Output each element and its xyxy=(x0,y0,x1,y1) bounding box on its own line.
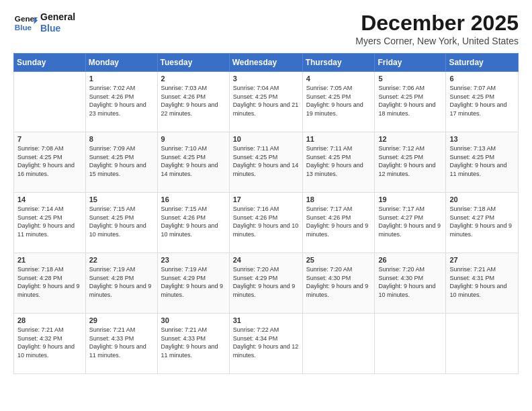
day-number: 17 xyxy=(233,195,299,203)
calendar-cell: 31Sunrise: 7:22 AMSunset: 4:34 PMDayligh… xyxy=(229,314,302,374)
day-number: 11 xyxy=(306,135,371,143)
calendar-cell xyxy=(14,72,86,132)
calendar-week-row: 14Sunrise: 7:14 AMSunset: 4:25 PMDayligh… xyxy=(14,193,519,253)
calendar-cell: 10Sunrise: 7:11 AMSunset: 4:25 PMDayligh… xyxy=(229,132,302,193)
calendar-cell: 14Sunrise: 7:14 AMSunset: 4:25 PMDayligh… xyxy=(14,193,86,253)
day-number: 14 xyxy=(17,195,82,203)
day-info: Sunrise: 7:19 AMSunset: 4:29 PMDaylight:… xyxy=(161,265,226,299)
day-number: 5 xyxy=(378,75,442,83)
calendar-cell: 8Sunrise: 7:09 AMSunset: 4:25 PMDaylight… xyxy=(85,132,157,193)
calendar-cell: 12Sunrise: 7:12 AMSunset: 4:25 PMDayligh… xyxy=(375,132,446,193)
day-number: 16 xyxy=(161,195,226,203)
day-info: Sunrise: 7:19 AMSunset: 4:28 PMDaylight:… xyxy=(89,265,154,299)
calendar-cell: 13Sunrise: 7:13 AMSunset: 4:25 PMDayligh… xyxy=(446,132,519,193)
day-number: 10 xyxy=(233,135,299,143)
day-info: Sunrise: 7:16 AMSunset: 4:26 PMDaylight:… xyxy=(233,205,299,238)
day-info: Sunrise: 7:10 AMSunset: 4:25 PMDaylight:… xyxy=(161,144,226,178)
day-number: 4 xyxy=(306,75,371,83)
day-info: Sunrise: 7:14 AMSunset: 4:25 PMDaylight:… xyxy=(17,205,82,238)
calendar-header-row: SundayMondayTuesdayWednesdayThursdayFrid… xyxy=(14,54,519,72)
day-info: Sunrise: 7:15 AMSunset: 4:25 PMDaylight:… xyxy=(89,205,154,238)
calendar-cell: 11Sunrise: 7:11 AMSunset: 4:25 PMDayligh… xyxy=(302,132,375,193)
calendar-cell xyxy=(375,314,446,374)
day-number: 12 xyxy=(378,135,442,143)
calendar-table: SundayMondayTuesdayWednesdayThursdayFrid… xyxy=(13,53,519,374)
day-info: Sunrise: 7:09 AMSunset: 4:25 PMDaylight:… xyxy=(89,144,154,178)
logo-text-line2: Blue xyxy=(40,23,75,34)
day-number: 3 xyxy=(233,75,299,83)
day-number: 21 xyxy=(17,256,82,264)
calendar-cell: 2Sunrise: 7:03 AMSunset: 4:26 PMDaylight… xyxy=(157,72,229,132)
day-info: Sunrise: 7:18 AMSunset: 4:28 PMDaylight:… xyxy=(17,265,82,299)
calendar-cell: 16Sunrise: 7:15 AMSunset: 4:26 PMDayligh… xyxy=(157,193,229,253)
day-info: Sunrise: 7:05 AMSunset: 4:25 PMDaylight:… xyxy=(306,84,371,118)
header-day-thursday: Thursday xyxy=(302,54,375,72)
calendar-cell: 6Sunrise: 7:07 AMSunset: 4:25 PMDaylight… xyxy=(446,72,519,132)
day-number: 7 xyxy=(17,135,82,143)
header-day-monday: Monday xyxy=(85,54,157,72)
day-info: Sunrise: 7:15 AMSunset: 4:26 PMDaylight:… xyxy=(161,205,226,238)
calendar-cell: 18Sunrise: 7:17 AMSunset: 4:26 PMDayligh… xyxy=(302,193,375,253)
day-info: Sunrise: 7:13 AMSunset: 4:25 PMDaylight:… xyxy=(449,144,515,178)
calendar-cell: 9Sunrise: 7:10 AMSunset: 4:25 PMDaylight… xyxy=(157,132,229,193)
day-number: 28 xyxy=(17,316,82,324)
day-number: 1 xyxy=(89,75,154,83)
day-info: Sunrise: 7:20 AMSunset: 4:29 PMDaylight:… xyxy=(233,265,299,299)
logo: General Blue General Blue xyxy=(13,11,75,35)
logo-icon: General Blue xyxy=(13,11,38,35)
title-area: December 2025 Myers Corner, New York, Un… xyxy=(355,11,519,46)
day-number: 25 xyxy=(306,256,371,264)
header-day-wednesday: Wednesday xyxy=(229,54,302,72)
calendar-cell: 5Sunrise: 7:06 AMSunset: 4:25 PMDaylight… xyxy=(375,72,446,132)
calendar-cell: 19Sunrise: 7:17 AMSunset: 4:27 PMDayligh… xyxy=(375,193,446,253)
calendar-cell: 23Sunrise: 7:19 AMSunset: 4:29 PMDayligh… xyxy=(157,253,229,314)
day-number: 8 xyxy=(89,135,154,143)
day-info: Sunrise: 7:07 AMSunset: 4:25 PMDaylight:… xyxy=(449,84,515,118)
day-info: Sunrise: 7:12 AMSunset: 4:25 PMDaylight:… xyxy=(378,144,442,178)
day-number: 26 xyxy=(378,256,442,264)
day-info: Sunrise: 7:17 AMSunset: 4:27 PMDaylight:… xyxy=(378,205,442,238)
calendar-cell: 21Sunrise: 7:18 AMSunset: 4:28 PMDayligh… xyxy=(14,253,86,314)
calendar-cell: 20Sunrise: 7:18 AMSunset: 4:27 PMDayligh… xyxy=(446,193,519,253)
calendar-cell: 15Sunrise: 7:15 AMSunset: 4:25 PMDayligh… xyxy=(85,193,157,253)
calendar-subtitle: Myers Corner, New York, United States xyxy=(355,36,519,46)
header-day-saturday: Saturday xyxy=(446,54,519,72)
calendar-cell xyxy=(446,314,519,374)
day-number: 13 xyxy=(449,135,515,143)
calendar-cell: 29Sunrise: 7:21 AMSunset: 4:33 PMDayligh… xyxy=(85,314,157,374)
day-info: Sunrise: 7:21 AMSunset: 4:33 PMDaylight:… xyxy=(89,326,154,359)
day-number: 24 xyxy=(233,256,299,264)
day-number: 23 xyxy=(161,256,226,264)
calendar-cell: 27Sunrise: 7:21 AMSunset: 4:31 PMDayligh… xyxy=(446,253,519,314)
day-number: 6 xyxy=(449,75,515,83)
day-number: 22 xyxy=(89,256,154,264)
day-info: Sunrise: 7:03 AMSunset: 4:26 PMDaylight:… xyxy=(161,84,226,118)
calendar-cell: 7Sunrise: 7:08 AMSunset: 4:25 PMDaylight… xyxy=(14,132,86,193)
calendar-cell: 24Sunrise: 7:20 AMSunset: 4:29 PMDayligh… xyxy=(229,253,302,314)
calendar-cell: 3Sunrise: 7:04 AMSunset: 4:25 PMDaylight… xyxy=(229,72,302,132)
calendar-cell: 30Sunrise: 7:21 AMSunset: 4:33 PMDayligh… xyxy=(157,314,229,374)
logo-text-line1: General xyxy=(40,11,75,23)
day-info: Sunrise: 7:11 AMSunset: 4:25 PMDaylight:… xyxy=(233,144,299,178)
calendar-title: December 2025 xyxy=(355,11,519,36)
calendar-week-row: 28Sunrise: 7:21 AMSunset: 4:32 PMDayligh… xyxy=(14,314,519,374)
day-info: Sunrise: 7:20 AMSunset: 4:30 PMDaylight:… xyxy=(306,265,371,299)
calendar-cell: 22Sunrise: 7:19 AMSunset: 4:28 PMDayligh… xyxy=(85,253,157,314)
day-info: Sunrise: 7:21 AMSunset: 4:31 PMDaylight:… xyxy=(449,265,515,299)
calendar-cell: 26Sunrise: 7:20 AMSunset: 4:30 PMDayligh… xyxy=(375,253,446,314)
day-number: 15 xyxy=(89,195,154,203)
day-info: Sunrise: 7:21 AMSunset: 4:32 PMDaylight:… xyxy=(17,326,82,359)
day-number: 19 xyxy=(378,195,442,203)
calendar-week-row: 1Sunrise: 7:02 AMSunset: 4:26 PMDaylight… xyxy=(14,72,519,132)
day-info: Sunrise: 7:08 AMSunset: 4:25 PMDaylight:… xyxy=(17,144,82,178)
calendar-cell: 28Sunrise: 7:21 AMSunset: 4:32 PMDayligh… xyxy=(14,314,86,374)
day-number: 18 xyxy=(306,195,371,203)
header-day-friday: Friday xyxy=(375,54,446,72)
day-info: Sunrise: 7:11 AMSunset: 4:25 PMDaylight:… xyxy=(306,144,371,178)
day-number: 30 xyxy=(161,316,226,324)
calendar-week-row: 7Sunrise: 7:08 AMSunset: 4:25 PMDaylight… xyxy=(14,132,519,193)
calendar-cell: 17Sunrise: 7:16 AMSunset: 4:26 PMDayligh… xyxy=(229,193,302,253)
calendar-cell: 25Sunrise: 7:20 AMSunset: 4:30 PMDayligh… xyxy=(302,253,375,314)
calendar-cell: 4Sunrise: 7:05 AMSunset: 4:25 PMDaylight… xyxy=(302,72,375,132)
page-header: General Blue General Blue December 2025 … xyxy=(13,11,519,46)
